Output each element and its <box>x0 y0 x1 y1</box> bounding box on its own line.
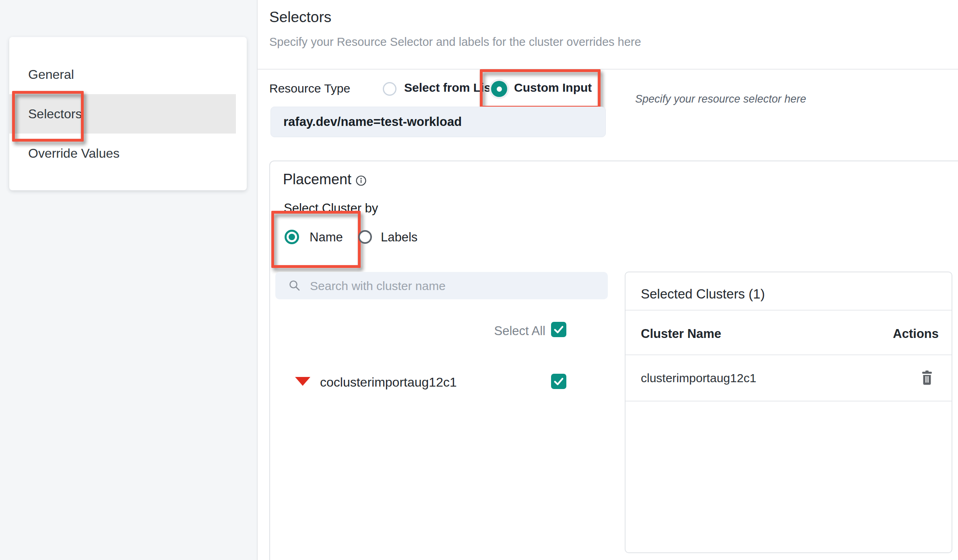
radio-dot <box>289 234 295 240</box>
page-subtitle: Specify your Resource Selector and label… <box>269 35 641 49</box>
column-header-actions: Actions <box>893 327 939 341</box>
cluster-checkbox[interactable] <box>551 374 566 389</box>
radio-custom-input[interactable] <box>491 81 507 97</box>
checkmark-icon <box>552 323 565 336</box>
sidebar-item-general[interactable]: General <box>9 55 247 94</box>
divider <box>626 310 952 311</box>
divider <box>626 401 952 401</box>
select-cluster-by-label: Select Cluster by <box>284 201 378 216</box>
cluster-list-item[interactable]: coclusterimportaug12c1 <box>320 375 457 390</box>
sidebar-item-label: General <box>28 67 74 82</box>
column-header-cluster-name: Cluster Name <box>641 327 721 341</box>
delete-cluster-button[interactable] <box>921 371 933 387</box>
radio-select-from-list-label[interactable]: Select from List <box>404 81 495 95</box>
resource-selector-input[interactable] <box>270 107 606 137</box>
search-icon <box>288 279 301 292</box>
cluster-override-page: General Selectors Override Values Select… <box>0 0 958 560</box>
cluster-search-box <box>275 272 608 299</box>
radio-labels-label[interactable]: Labels <box>381 230 417 245</box>
settings-nav-card: General Selectors Override Values <box>9 37 247 190</box>
selected-clusters-panel: Selected Clusters (1) Cluster Name Actio… <box>625 272 952 553</box>
header-divider <box>258 69 958 70</box>
divider <box>626 354 952 355</box>
radio-labels[interactable] <box>358 230 372 244</box>
sidebar-item-selectors[interactable]: Selectors <box>9 94 236 134</box>
radio-name[interactable] <box>285 230 299 244</box>
select-all-label: Select All <box>459 324 545 338</box>
selected-clusters-title: Selected Clusters (1) <box>641 286 765 302</box>
placement-title: Placement <box>283 171 351 188</box>
select-all-checkbox[interactable] <box>551 322 566 337</box>
left-rail: General Selectors Override Values <box>0 0 258 560</box>
checkmark-icon <box>552 375 565 388</box>
resource-selector-hint: Specify your resource selector here <box>635 93 806 105</box>
cluster-expand-toggle-icon[interactable] <box>295 377 310 386</box>
search-input[interactable] <box>309 272 601 300</box>
radio-select-from-list[interactable] <box>383 82 396 96</box>
page-title: Selectors <box>269 9 331 26</box>
resource-type-label: Resource Type <box>269 82 350 95</box>
sidebar-item-label: Selectors <box>28 107 82 121</box>
sidebar-item-label: Override Values <box>28 146 120 161</box>
radio-custom-input-label[interactable]: Custom Input <box>514 81 592 95</box>
trash-icon <box>921 371 933 386</box>
sidebar-item-override-values[interactable]: Override Values <box>9 134 247 173</box>
table-row-cluster-name: clusterimportaug12c1 <box>641 371 756 385</box>
radio-name-label[interactable]: Name <box>310 230 343 245</box>
radio-dot <box>497 86 502 92</box>
info-icon[interactable] <box>356 175 366 186</box>
